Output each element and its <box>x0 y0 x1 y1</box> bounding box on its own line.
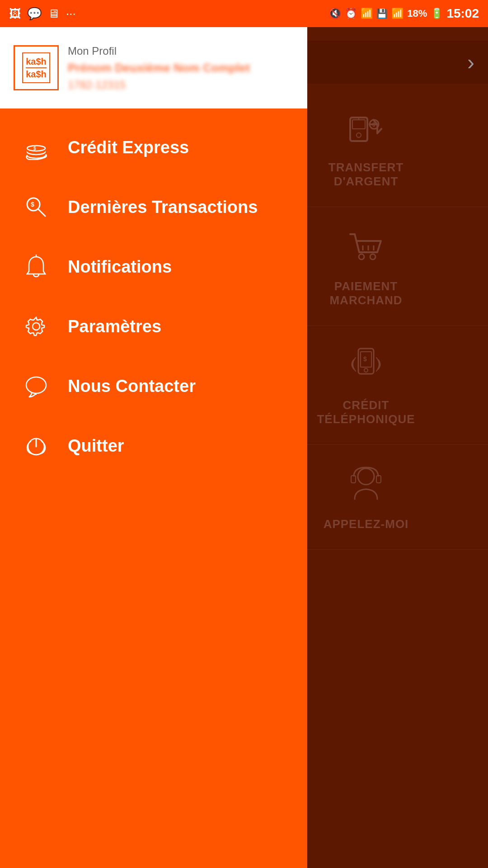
logo-line2: ka$h <box>26 70 47 79</box>
credit-icon: $ <box>23 134 50 161</box>
phone-pay-icon: $ <box>346 344 386 392</box>
svg-text:$: $ <box>363 355 367 363</box>
wifi-icon: 📶 <box>361 8 373 19</box>
sidebar-item-quit[interactable]: Quitter <box>0 416 307 476</box>
sidebar-item-credit-express[interactable]: $ Crédit Express <box>0 118 307 177</box>
battery-icon: 🔋 <box>431 8 443 19</box>
image-icon: 🖼 <box>9 7 21 21</box>
svg-point-6 <box>359 254 364 259</box>
svg-point-29 <box>26 377 46 393</box>
logo-line1: ka$h <box>26 57 47 66</box>
svg-line-25 <box>38 209 45 216</box>
svg-point-13 <box>364 368 368 372</box>
monitor-icon: 🖥 <box>48 7 60 21</box>
menu-list: $ Crédit Express $ Dernières Transacti <box>0 108 307 868</box>
app-container: DA › $ TRANSFERTD'ARGENT <box>0 27 488 868</box>
clock: 15:02 <box>446 6 479 21</box>
mute-icon: 🔇 <box>329 8 341 19</box>
app-logo: ka$h ka$h <box>14 45 59 90</box>
svg-rect-1 <box>352 120 365 129</box>
paiement-label: PAIEMENTMARCHAND <box>329 279 402 307</box>
chat-icon <box>23 373 50 400</box>
sidebar-drawer: ka$h ka$h Mon Profil Prénom Deuxième Nom… <box>0 27 307 868</box>
sidebar-item-notifications[interactable]: Notifications <box>0 237 307 297</box>
sd-icon: 💾 <box>376 8 388 19</box>
transfer-icon: $ <box>348 111 384 154</box>
chevron-right-icon[interactable]: › <box>467 50 474 75</box>
credit-express-label: Crédit Express <box>68 138 189 157</box>
status-icons-right: 🔇 ⏰ 📶 💾 📶 18% 🔋 15:02 <box>329 6 479 21</box>
transfert-label: TRANSFERTD'ARGENT <box>328 160 404 189</box>
profile-info: Mon Profil Prénom Deuxième Nom Complet 1… <box>68 45 250 91</box>
svg-point-2 <box>357 133 361 137</box>
battery-percent: 18% <box>407 8 427 19</box>
bell-icon <box>23 253 50 280</box>
settings-label: Paramètres <box>68 317 161 336</box>
transactions-icon: $ <box>23 193 50 221</box>
headset-icon <box>346 463 386 511</box>
sidebar-item-transactions[interactable]: $ Dernières Transactions <box>0 177 307 237</box>
status-bar: 🖼 💬 🖥 ··· 🔇 ⏰ 📶 💾 📶 18% 🔋 15:02 <box>0 0 488 27</box>
contact-label: Nous Contacter <box>68 377 196 396</box>
svg-point-15 <box>358 468 374 485</box>
sidebar-item-contact[interactable]: Nous Contacter <box>0 356 307 416</box>
sidebar-item-settings[interactable]: Paramètres <box>0 297 307 356</box>
status-icons-left: 🖼 💬 🖥 ··· <box>9 7 76 21</box>
svg-point-28 <box>33 323 40 330</box>
profile-label: Mon Profil <box>68 45 250 57</box>
svg-rect-16 <box>351 476 356 483</box>
profile-number: 1782-12315 <box>68 79 250 91</box>
whatsapp-icon: 💬 <box>27 7 42 21</box>
power-icon <box>23 432 50 459</box>
cart-icon <box>346 225 386 273</box>
transactions-label: Dernières Transactions <box>68 198 258 217</box>
svg-point-7 <box>370 254 375 259</box>
gear-icon <box>23 313 50 340</box>
notifications-label: Notifications <box>68 257 172 277</box>
signal-icon: 📶 <box>391 8 404 19</box>
svg-text:$: $ <box>33 146 36 151</box>
rappel-label: APPELEZ-MOI <box>324 517 409 531</box>
more-icon: ··· <box>66 7 76 21</box>
svg-text:$: $ <box>372 122 375 128</box>
svg-rect-17 <box>376 476 381 483</box>
quit-label: Quitter <box>68 436 124 456</box>
credit-tel-label: CRÉDITTÉLÉPHONIQUE <box>317 398 415 426</box>
alarm-icon: ⏰ <box>345 8 357 19</box>
svg-text:$: $ <box>31 201 34 208</box>
profile-name: Prénom Deuxième Nom Complet <box>68 61 250 75</box>
profile-header[interactable]: ka$h ka$h Mon Profil Prénom Deuxième Nom… <box>0 27 307 108</box>
